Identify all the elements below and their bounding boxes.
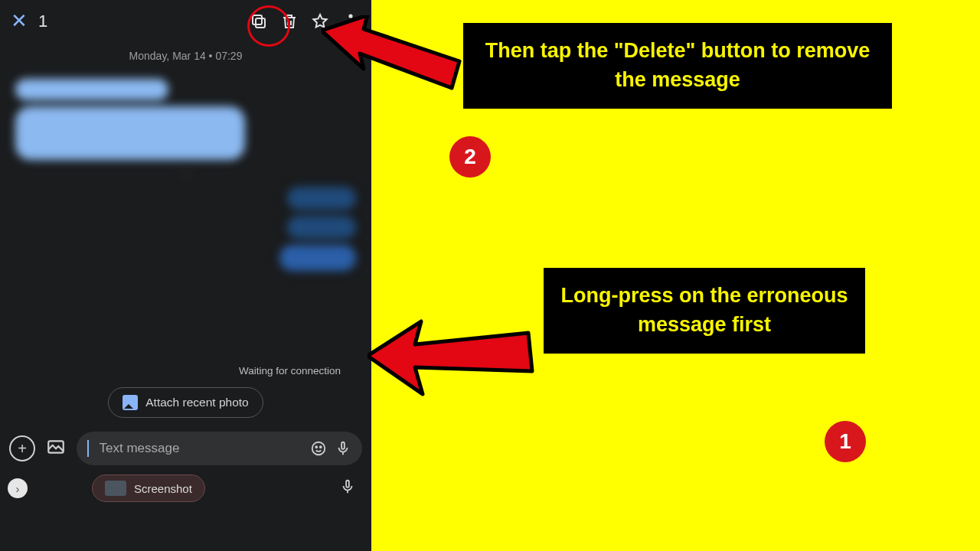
attach-recent-photo-button[interactable]: Attach recent photo [108,387,263,418]
instruction-panel: Then tap the "Delete" button to remove t… [371,0,980,551]
svg-point-4 [349,25,351,28]
svg-rect-9 [341,442,345,449]
selected-message[interactable] [279,245,356,271]
incoming-message[interactable] [15,106,245,160]
svg-marker-12 [368,321,532,394]
arrow-to-message [368,306,536,406]
close-selection-button[interactable]: ✕ [11,9,28,33]
gallery-icon[interactable] [46,437,66,460]
svg-rect-1 [253,15,262,24]
add-attachment-button[interactable]: + [9,435,35,461]
incoming-message[interactable] [15,79,168,100]
step-badge-2: 2 [449,136,491,178]
screenshot-thumbnail [105,481,126,496]
attach-label: Attach recent photo [145,396,248,409]
outgoing-message[interactable] [287,187,356,210]
overflow-menu-icon[interactable] [341,11,361,31]
image-icon [122,395,138,410]
message-input[interactable]: Text message [77,432,362,465]
instruction-step-2: Then tap the "Delete" button to remove t… [463,23,892,109]
copy-icon[interactable] [249,11,269,31]
compose-row: + Text message [0,432,371,465]
svg-rect-10 [346,481,349,487]
svg-point-6 [312,442,325,455]
expand-suggestions-button[interactable]: › [8,478,28,498]
suggestion-row: › Screenshot [0,465,371,502]
suggestion-label: Screenshot [134,482,192,495]
text-cursor [87,440,89,457]
input-placeholder: Text message [100,441,303,456]
svg-point-8 [320,446,322,448]
mic-icon[interactable] [339,478,356,498]
svg-point-3 [349,20,351,22]
selection-count: 1 [38,11,47,31]
conversation-blurred: ···· [0,79,371,370]
star-icon[interactable] [310,11,330,31]
selection-toolbar: ✕ 1 [0,0,371,42]
messaging-app-screenshot: ✕ 1 Monday, Mar 14 • 07:29 ···· Waiting … [0,0,371,551]
svg-rect-0 [256,18,265,28]
svg-point-2 [349,15,351,17]
outgoing-message[interactable] [287,216,356,239]
delete-icon[interactable] [279,11,299,31]
time-separator: ···· [0,168,371,179]
step-badge-1: 1 [825,421,866,462]
instruction-step-1: Long-press on the erroneous message firs… [544,268,865,354]
svg-point-7 [315,446,317,448]
voice-input-icon[interactable] [335,440,351,457]
screenshot-suggestion-chip[interactable]: Screenshot [92,474,205,502]
date-separator: Monday, Mar 14 • 07:29 [0,42,371,73]
emoji-icon[interactable] [310,440,327,457]
